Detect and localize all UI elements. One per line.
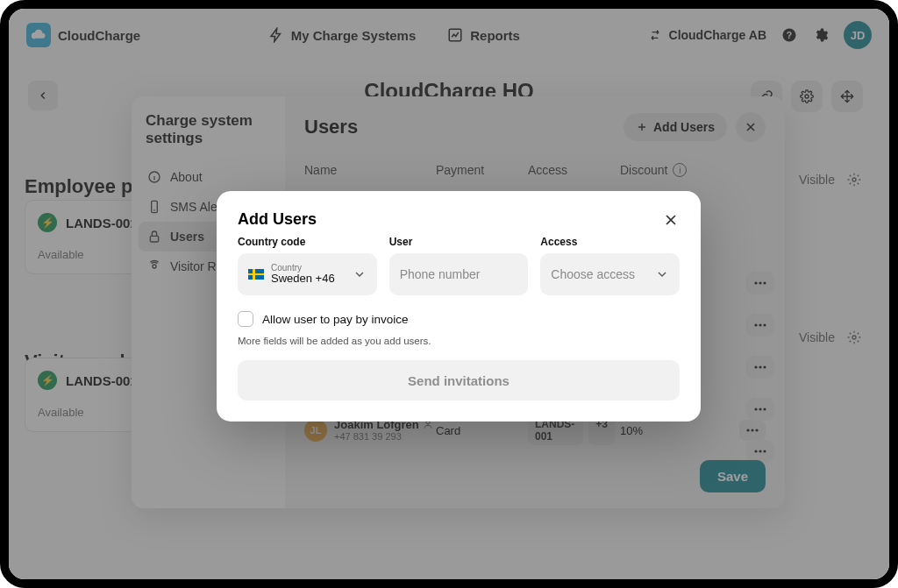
- add-users-modal: Add Users Country code Country Sweden +4…: [217, 191, 701, 422]
- modal-title: Add Users: [238, 210, 317, 229]
- chevron-down-icon: [655, 267, 669, 281]
- invoice-checkbox[interactable]: [238, 311, 253, 327]
- label-user: User: [389, 236, 529, 248]
- send-invitations-button[interactable]: Send invitations: [238, 360, 680, 400]
- close-modal-button[interactable]: [662, 211, 680, 229]
- close-icon: [662, 211, 680, 229]
- modal-note: More fields will be added as you add use…: [238, 336, 680, 346]
- chevron-down-icon: [353, 267, 367, 281]
- phone-input[interactable]: Phone number: [389, 253, 529, 295]
- label-country-code: Country code: [238, 236, 377, 248]
- label-access: Access: [540, 236, 680, 248]
- country-code-select[interactable]: Country Sweden +46: [238, 253, 377, 295]
- flag-sweden-icon: [248, 269, 264, 280]
- invoice-checkbox-label: Allow user to pay by invoice: [262, 313, 409, 326]
- access-select[interactable]: Choose access: [540, 253, 680, 295]
